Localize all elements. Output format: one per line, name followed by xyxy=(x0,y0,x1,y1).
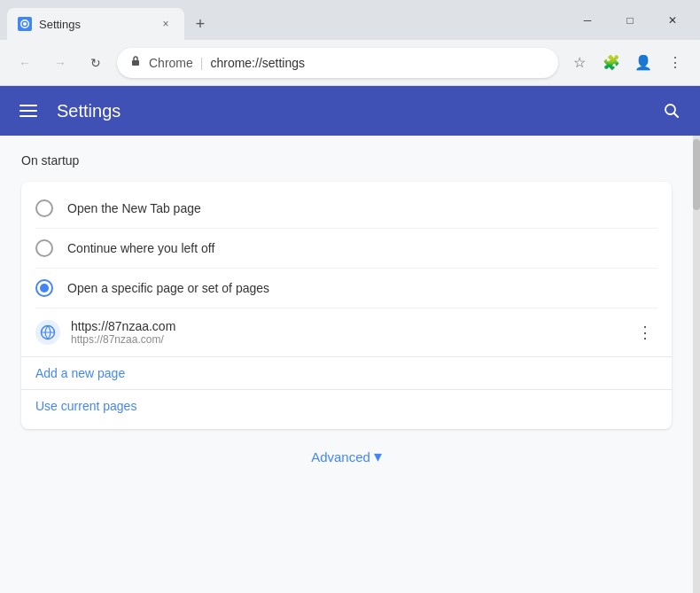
close-window-button[interactable]: ✕ xyxy=(652,6,693,35)
main-content: PC On startup Open the New Tab page Cont… xyxy=(0,136,693,593)
radio-continue[interactable] xyxy=(35,239,53,257)
active-tab[interactable]: Settings × xyxy=(7,8,184,40)
tab-title: Settings xyxy=(39,18,151,31)
page-entry-urls: https://87nzaa.com https://87nzaa.com/ xyxy=(71,319,622,346)
chrome-menu-button[interactable]: ⋮ xyxy=(661,49,689,77)
section-title: On startup xyxy=(21,153,672,168)
radio-continue-label: Continue where you left off xyxy=(67,241,214,255)
advanced-button[interactable]: Advanced ▾ xyxy=(311,447,382,466)
title-bar: Settings × + ─ □ ✕ xyxy=(0,0,700,40)
page-entry-menu-button[interactable]: ⋮ xyxy=(633,320,657,345)
tab-close-button[interactable]: × xyxy=(158,16,174,32)
startup-card: Open the New Tab page Continue where you… xyxy=(21,182,672,429)
add-new-page-button[interactable]: Add a new page xyxy=(21,357,672,389)
hamburger-line-3 xyxy=(19,115,37,117)
lock-icon xyxy=(129,55,142,70)
radio-newtab[interactable] xyxy=(35,199,53,217)
svg-line-3 xyxy=(674,113,679,118)
toolbar-icons: ☆ 🧩 👤 ⋮ xyxy=(565,49,689,77)
address-bar: ← → ↻ Chrome | chrome://settings ☆ 🧩 👤 ⋮ xyxy=(0,40,700,86)
app-header: Settings xyxy=(0,86,700,136)
use-current-pages-button[interactable]: Use current pages xyxy=(21,390,672,422)
radio-item-newtab: Open the New Tab page xyxy=(35,189,657,229)
omnibox[interactable]: Chrome | chrome://settings xyxy=(117,48,558,78)
page-title: Settings xyxy=(57,101,643,121)
maximize-button[interactable]: □ xyxy=(610,6,650,35)
refresh-button[interactable]: ↻ xyxy=(82,49,110,77)
content-area: PC On startup Open the New Tab page Cont… xyxy=(0,136,700,593)
scrollbar-track[interactable] xyxy=(693,136,700,593)
url-separator: | xyxy=(200,56,204,70)
page-entry-icon xyxy=(35,320,60,345)
hamburger-line-2 xyxy=(19,110,37,112)
page-url-sub: https://87nzaa.com/ xyxy=(71,333,622,346)
advanced-arrow-icon: ▾ xyxy=(374,447,382,466)
hamburger-line-1 xyxy=(19,105,37,106)
svg-point-0 xyxy=(23,22,27,26)
advanced-label: Advanced xyxy=(311,449,370,464)
page-url-main: https://87nzaa.com xyxy=(71,319,622,333)
settings-search-button[interactable] xyxy=(657,97,686,125)
hamburger-menu-button[interactable] xyxy=(14,97,43,125)
radio-item-specific: Open a specific page or set of pages xyxy=(35,269,657,308)
scrollbar-thumb[interactable] xyxy=(693,139,700,210)
url-display: chrome://settings xyxy=(210,56,546,70)
back-button[interactable]: ← xyxy=(11,49,39,77)
window-controls: ─ □ ✕ xyxy=(567,6,693,40)
extensions-button[interactable]: 🧩 xyxy=(597,49,626,77)
radio-specific-label: Open a specific page or set of pages xyxy=(67,281,269,295)
forward-button[interactable]: → xyxy=(46,49,74,77)
page-entry: https://87nzaa.com https://87nzaa.com/ ⋮ xyxy=(21,312,672,353)
radio-item-continue: Continue where you left off xyxy=(35,229,657,269)
profile-button[interactable]: 👤 xyxy=(629,49,657,77)
bookmark-button[interactable]: ☆ xyxy=(565,49,594,77)
advanced-section: Advanced ▾ xyxy=(21,429,672,473)
radio-specific[interactable] xyxy=(35,279,53,297)
chrome-label: Chrome xyxy=(149,56,193,70)
svg-rect-1 xyxy=(132,60,139,66)
new-tab-button[interactable]: + xyxy=(188,12,213,36)
tab-favicon xyxy=(18,17,32,31)
radio-newtab-label: Open the New Tab page xyxy=(67,201,201,215)
minimize-button[interactable]: ─ xyxy=(567,6,608,35)
